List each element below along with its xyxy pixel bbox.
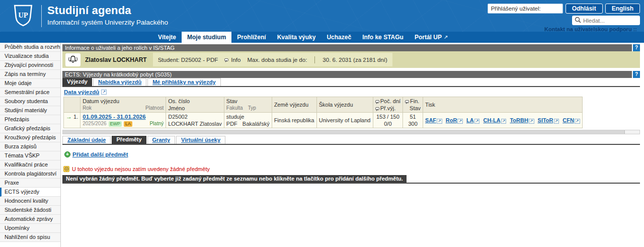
print-link-torbh[interactable]: ToRBH [510, 117, 528, 123]
sidebar-item-nahlizeni-do-spisu[interactable]: Nahlížení do spisu [0, 233, 60, 242]
sidebar-item-moje-udaje[interactable]: Moje údaje [0, 79, 60, 88]
info-link-label: Info [231, 57, 240, 63]
sidebar-item-studentske-zadosti[interactable]: Studentské žádosti [0, 206, 60, 215]
table-row: → 1. 01.09.2025 - 31.01.2026 2025/2026 E… [64, 113, 583, 128]
warning-sad-face-icon: ☹ [63, 166, 69, 172]
external-link-icon: ↗ [501, 119, 507, 124]
search-box[interactable] [572, 16, 640, 25]
nav-tab-moje-studium[interactable]: Moje studium [182, 32, 231, 43]
sidebar-item-upominky[interactable]: Upomínky [0, 224, 60, 233]
app-subtitle: Informační systém Univerzity Palackého [47, 19, 168, 26]
nav-tab-portal-up[interactable]: Portál UP ↗ [409, 32, 453, 43]
max-study-value: 30. 6. 2031 (za 2181 dní) [323, 57, 387, 63]
student-id-label: Student: D25002 - PDF [158, 57, 218, 63]
sidebar-item-prubeh-studia[interactable]: Průběh studia a rozvrh [0, 43, 60, 52]
sidebar-item-semestralni-prace[interactable]: Semestrální práce [0, 88, 60, 97]
external-link-icon: ↗ [474, 119, 480, 124]
subtab-virtualni-useky[interactable]: Virtuální úseky [176, 136, 225, 144]
horizontal-scrollbar[interactable] [62, 130, 640, 134]
row-index-cell: → 1. [64, 113, 80, 128]
sidebar-item-praxe[interactable]: Praxe [0, 179, 60, 188]
subtab-predmety[interactable]: Předměty [112, 136, 146, 144]
sidebar-item-studijni-materialy[interactable]: Studijní materiály [0, 106, 60, 115]
external-link-icon: ↗ [529, 119, 534, 124]
row-poc-dni-cell: 153 / 150 0/0 [373, 113, 403, 128]
sidebar-item-hodnoceni-kvality[interactable]: Hodnocení kvality [0, 197, 60, 206]
ects-section-title: ECTS: Výjezdy na krátkodobý pobyt (S035) [62, 71, 632, 78]
sidebar: Průběh studia a rozvrh Vizualizace studi… [0, 43, 61, 247]
row-os-cislo-cell: D25002 LOCKHART Zlatoslav [166, 113, 224, 128]
row-selector-arrow-icon[interactable]: → [66, 113, 72, 120]
app-header: UP Studijní agenda Informační systém Uni… [0, 0, 644, 32]
nav-tab-info-ke-stagu[interactable]: Info ke STAGu [357, 32, 409, 43]
notice-message: Není vybrán žádný předmět. Buď vyberte j… [62, 175, 407, 183]
nav-tab-uchazec[interactable]: Uchazeč [321, 32, 357, 43]
row-skola-cell: University of Lapland [316, 113, 373, 128]
la-badge: LA [124, 121, 132, 127]
header-index-cell [64, 97, 80, 113]
print-link-ch-la[interactable]: CH-LA [483, 117, 500, 123]
sidebar-item-graficky-predzapis[interactable]: Grafický předzápis [0, 124, 60, 133]
user-name: Zlatoslav LOCKHART [85, 56, 147, 63]
nav-tab-prohlizeni[interactable]: Prohlížení [231, 32, 271, 43]
english-button[interactable]: English [605, 4, 640, 14]
trips-table: Datum výjezdu RokPlatnost Os. číslo Jmén… [63, 97, 583, 128]
nav-tab-vitejte[interactable]: Vítejte [152, 32, 182, 43]
sidebar-item-predzapis[interactable]: Předzápis [0, 115, 60, 124]
nav-tab-kvalita-vyuky[interactable]: Kvalita výuky [272, 32, 321, 43]
external-link-icon: ↗ [575, 119, 580, 124]
sidebar-item-burza-zapisu[interactable]: Burza zápisů [0, 142, 60, 151]
validity-status: Platný [149, 120, 164, 127]
subtab-zakladni-udaje[interactable]: Základní údaje [62, 136, 111, 144]
print-link-la[interactable]: LA [466, 117, 474, 123]
speech-bubble-icon [224, 58, 228, 61]
sidebar-item-kruzkovy-predzapis[interactable]: Kroužkový předzápis [0, 133, 60, 142]
header-tisk: Tisk [423, 97, 582, 113]
sidebar-item-automaticke-zpravy[interactable]: Automatické zprávy [0, 215, 60, 224]
logged-in-user-field[interactable]: Přihlášený uživatel: [488, 4, 563, 14]
external-link-icon: ↗ [437, 119, 442, 124]
help-button[interactable]: ? [633, 71, 640, 78]
print-link-sitor[interactable]: SIToR [538, 117, 553, 123]
row-stav-cell: studuje PDFBakalářský [224, 113, 272, 128]
notification-bell-icon[interactable] [65, 53, 80, 66]
add-subject-link[interactable]: Přidat další předmět [72, 151, 128, 157]
print-link-ror[interactable]: RoR [446, 117, 457, 123]
sidebar-item-kvalifikacni-prace[interactable]: Kvalifikační práce [0, 160, 60, 170]
sidebar-item-kontrola-plagiatorstvi[interactable]: Kontrola plagiátorství [0, 170, 60, 179]
svg-text:UP: UP [18, 11, 28, 19]
user-info-section-title: Informace o uživateli a jeho rolích v IS… [62, 44, 632, 51]
notice-row: Není vybrán žádný předmět. Buď vyberte j… [62, 175, 640, 184]
trip-date-link[interactable]: 01.09.2025 - 31.01.2026 [83, 114, 145, 120]
row-tisk-cell: SAF↗ RoR↗ LA↗ CH-LA↗ ToRBH↗ SIToR↗ CFN↗ [423, 113, 582, 128]
scrollbar-thumb[interactable] [63, 130, 625, 134]
main-nav: Vítejte Moje studium Prohlížení Kvalita … [0, 32, 644, 43]
sidebar-item-soubory-studenta[interactable]: Soubory studenta [0, 97, 60, 106]
header-zeme: Země výjezdu [272, 97, 316, 113]
subtab-granty[interactable]: Granty [147, 136, 175, 144]
tab-nabidka-vyjezdu[interactable]: Nabídka výjezdů [93, 78, 146, 86]
sidebar-item-ects-vyjezdy[interactable]: ECTS výjezdy [0, 188, 60, 197]
print-link-cfn[interactable]: CFN [562, 117, 574, 123]
info-link[interactable]: Info [224, 57, 240, 63]
logout-button[interactable]: Odhlásit [566, 4, 603, 14]
sidebar-item-zbyvajici-povinnosti[interactable]: Zbývající povinnosti [0, 61, 60, 70]
sidebar-item-vizualizace-studia[interactable]: Vizualizace studia [0, 52, 60, 61]
header-fin: Fin. Stav [403, 97, 423, 113]
data-vyjezdu-link[interactable]: Data výjezdů [64, 89, 99, 95]
nav-tab-portal-up-label: Portál UP [415, 32, 442, 43]
external-link-icon: ↗ [457, 119, 463, 124]
tab-me-prihlasky[interactable]: Mé přihlášky na výjezdy [147, 78, 220, 86]
print-link-saf[interactable]: SAF [425, 117, 436, 123]
header-stav: Stav FakultaTyp [224, 97, 272, 113]
row-fin-cell: 51 300 [403, 113, 423, 128]
tab-vyjezdy[interactable]: Výjezdy [62, 78, 92, 86]
support-contact-link[interactable]: Kontakt na uživatelskou podporu :: [544, 26, 637, 32]
sidebar-item-zapis-na-terminy[interactable]: Zápis na termíny [0, 70, 60, 79]
header-poc-dni: Poč. dní Př.výj. [373, 97, 403, 113]
sidebar-item-temata-vskp[interactable]: Témata VŠKP [0, 151, 60, 160]
search-input[interactable] [583, 18, 633, 24]
help-button[interactable]: ? [633, 44, 640, 51]
header-skola: Škola výjezdu [316, 97, 373, 113]
header-os-cislo: Os. číslo Jméno [166, 97, 224, 113]
